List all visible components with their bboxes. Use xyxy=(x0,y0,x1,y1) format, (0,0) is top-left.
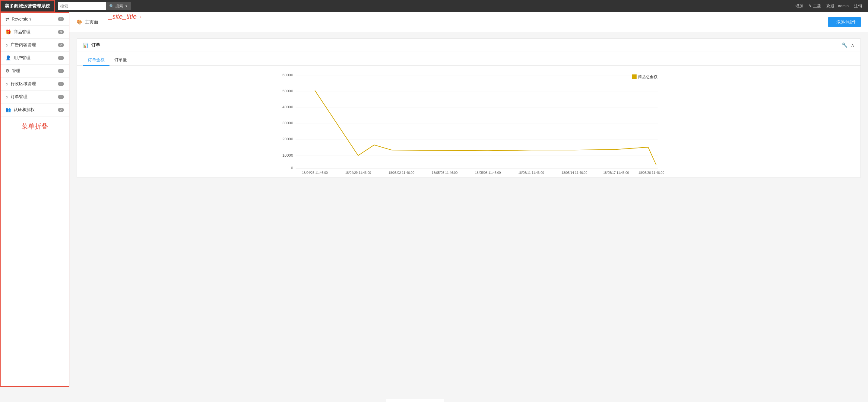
sidebar-item-orders-badge: 1 xyxy=(58,95,64,99)
svg-rect-23 xyxy=(632,75,637,79)
sidebar-item-ads-badge: 2 xyxy=(58,43,64,47)
auth-icon: 👥 xyxy=(5,107,11,113)
sidebar-item-orders-label: 订单管理 xyxy=(10,94,27,99)
page-title: 主页面 xyxy=(85,19,98,25)
wrench-icon[interactable]: 🔧 xyxy=(842,42,848,48)
main-content: 🎨 主页面 + 添加小组件 📊 订单 🔧 ∧ 订单金额 订单量 xyxy=(69,12,868,387)
sidebar-item-ads-label: 广告内容管理 xyxy=(10,42,36,48)
footer-annotation: © 美多商城集团有限公司 ← site_footer xyxy=(5,399,863,402)
sidebar-item-goods[interactable]: 🎁 商品管理 9 xyxy=(1,26,69,39)
add-widget-button[interactable]: + 添加小组件 xyxy=(828,17,861,27)
sidebar-item-users-label: 用户管理 xyxy=(13,55,30,61)
chart-title: 📊 订单 xyxy=(83,42,100,48)
orders-icon: ○ xyxy=(5,94,8,99)
chart-tabs: 订单金额 订单量 xyxy=(77,52,861,66)
sidebar-item-reversion[interactable]: ⇄ Reversion 1 xyxy=(1,13,69,26)
page-header: 🎨 主页面 + 添加小组件 xyxy=(69,12,868,32)
navbar-search: 🔍 搜索 ▼ xyxy=(58,2,131,10)
tab-order-amount[interactable]: 订单金额 xyxy=(83,55,110,66)
sidebar-item-reversion-label: Reversion xyxy=(12,17,31,22)
page-icon: 🎨 xyxy=(76,19,82,25)
sidebar: ⇄ Reversion 1 🎁 商品管理 9 ○ 广告内容管理 2 👤 用户管理… xyxy=(0,12,69,387)
svg-text:20000: 20000 xyxy=(282,137,293,141)
svg-text:0: 0 xyxy=(291,166,293,170)
search-input[interactable] xyxy=(58,2,106,10)
sidebar-item-region-label: 行政区域管理 xyxy=(10,81,36,87)
chart-section: 📊 订单 🔧 ∧ 订单金额 订单量 xyxy=(76,38,861,178)
search-icon: 🔍 xyxy=(109,4,114,8)
svg-text:30000: 30000 xyxy=(282,121,293,125)
chart-title-text: 订单 xyxy=(91,42,100,48)
reversion-icon: ⇄ xyxy=(5,16,9,22)
svg-text:18/05/08 11:46:00: 18/05/08 11:46:00 xyxy=(475,171,501,174)
sidebar-item-orders[interactable]: ○ 订单管理 1 xyxy=(1,90,69,104)
search-button[interactable]: 🔍 搜索 ▼ xyxy=(106,2,131,10)
sidebar-item-manage-badge: 1 xyxy=(58,69,64,73)
nav-welcome[interactable]: 欢迎，admin xyxy=(826,3,849,9)
svg-text:10000: 10000 xyxy=(282,153,293,157)
sidebar-item-manage[interactable]: ⚙ 管理 1 xyxy=(1,65,69,78)
svg-text:18/05/11 11:46:00: 18/05/11 11:46:00 xyxy=(518,171,544,174)
tab-order-count[interactable]: 订单量 xyxy=(110,55,132,66)
sidebar-item-manage-label: 管理 xyxy=(12,68,20,74)
footer-text: © 美多商城集团有限公司 xyxy=(386,399,444,402)
layout: ⇄ Reversion 1 🎁 商品管理 9 ○ 广告内容管理 2 👤 用户管理… xyxy=(0,12,868,387)
svg-text:18/05/14 11:46:00: 18/05/14 11:46:00 xyxy=(562,171,588,174)
nav-logout-button[interactable]: 注销 xyxy=(854,3,862,9)
goods-icon: 🎁 xyxy=(5,29,11,35)
sidebar-annotation: 菜单折叠 xyxy=(1,116,69,132)
users-icon: 👤 xyxy=(5,55,11,61)
chart-header-actions: 🔧 ∧ xyxy=(842,42,855,48)
svg-text:18/05/17 11:46:00: 18/05/17 11:46:00 xyxy=(603,171,629,174)
chart-title-icon: 📊 xyxy=(83,42,89,48)
navbar: 美多商城运营管理系统 🔍 搜索 ▼ + 增加 ✎ 主题 欢迎，admin 注销 xyxy=(0,0,868,12)
svg-text:60000: 60000 xyxy=(282,73,293,77)
page-header-title: 🎨 主页面 xyxy=(76,19,98,25)
chart-header: 📊 订单 🔧 ∧ xyxy=(77,39,861,52)
sidebar-item-goods-badge: 9 xyxy=(58,30,64,34)
sidebar-item-auth-label: 认证和授权 xyxy=(13,107,35,113)
footer-area: © 美多商城集团有限公司 ← site_footer xyxy=(0,387,868,402)
sidebar-item-users-badge: 1 xyxy=(58,56,64,60)
sidebar-item-region-badge: 1 xyxy=(58,82,64,86)
manage-icon: ⚙ xyxy=(5,68,9,74)
svg-text:40000: 40000 xyxy=(282,105,293,109)
svg-text:18/04/29 11:46:00: 18/04/29 11:46:00 xyxy=(345,171,371,174)
sidebar-item-reversion-badge: 1 xyxy=(58,17,64,21)
chart-container: 60000 50000 40000 30000 20000 10000 0 18… xyxy=(77,66,861,177)
footer: © 美多商城集团有限公司 ← site_footer xyxy=(0,393,868,402)
search-dropdown-arrow: ▼ xyxy=(125,4,128,8)
svg-text:18/04/26 11:46:00: 18/04/26 11:46:00 xyxy=(302,171,328,174)
svg-text:18/05/02 11:46:00: 18/05/02 11:46:00 xyxy=(389,171,414,174)
ads-icon: ○ xyxy=(5,42,8,48)
sidebar-item-goods-label: 商品管理 xyxy=(13,29,30,35)
sidebar-item-users[interactable]: 👤 用户管理 1 xyxy=(1,52,69,65)
nav-theme-button[interactable]: ✎ 主题 xyxy=(809,3,821,9)
nav-add-button[interactable]: + 增加 xyxy=(792,3,803,9)
navbar-right: + 增加 ✎ 主题 欢迎，admin 注销 xyxy=(792,3,868,9)
sidebar-item-auth-badge: 2 xyxy=(58,108,64,112)
region-icon: ○ xyxy=(5,82,8,87)
sidebar-item-region[interactable]: ○ 行政区域管理 1 xyxy=(1,78,69,90)
svg-text:18/05/05 11:46:00: 18/05/05 11:46:00 xyxy=(432,171,458,174)
svg-text:商品总金额: 商品总金额 xyxy=(638,75,657,79)
svg-text:18/05/20 11:46:00: 18/05/20 11:46:00 xyxy=(639,171,664,174)
sidebar-item-auth[interactable]: 👥 认证和授权 2 xyxy=(1,104,69,116)
svg-text:50000: 50000 xyxy=(282,89,293,93)
navbar-brand[interactable]: 美多商城运营管理系统 xyxy=(0,0,55,12)
chevron-up-icon[interactable]: ∧ xyxy=(851,42,855,48)
sidebar-item-ads[interactable]: ○ 广告内容管理 2 xyxy=(1,39,69,52)
chart-svg: 60000 50000 40000 30000 20000 10000 0 18… xyxy=(83,72,855,174)
